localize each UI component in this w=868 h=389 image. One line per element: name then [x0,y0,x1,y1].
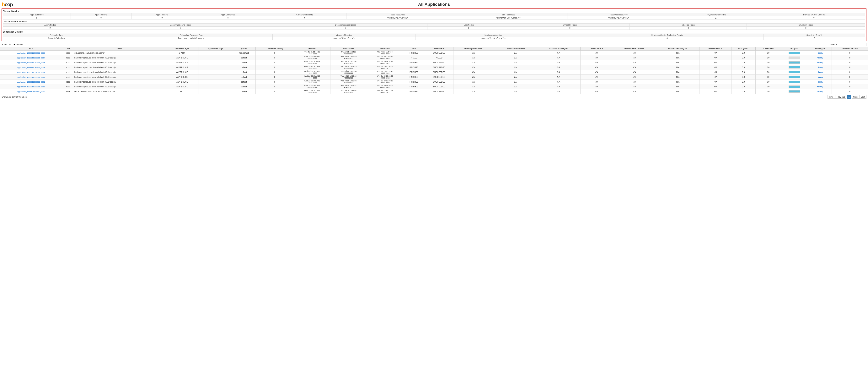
cell-tracking-ui: History [808,75,832,80]
cell-user: root [62,55,74,60]
cm-val-2: 0 [131,17,193,20]
tracking-ui-link[interactable]: History [817,81,823,83]
progress-bar-container [788,76,800,78]
cell-alloc-gpu: N/A [580,70,612,75]
previous-button[interactable]: Previous [835,95,846,99]
tracking-ui-link[interactable]: History [817,57,823,59]
cell-app-type: MAPREDUCE [165,55,198,60]
cell-running-containers: N/A [453,60,493,65]
app-id-link[interactable]: application_1658128574862_0001 [17,90,45,93]
tracking-ui-link[interactable]: History [817,71,823,73]
cell-app-type: MAPREDUCE [165,70,198,75]
cell-pct-cluster: 0.0 [755,75,781,80]
cm-header-3: Apps Completed [193,13,264,17]
app-id-link[interactable]: application_1658311089611_0003 [17,76,45,78]
app-id-link[interactable]: application_1658311089611_0004 [17,71,45,73]
cell-progress [781,60,808,65]
cell-state: FINISHED [403,75,425,80]
app-id-link[interactable]: application_1658311089611_0007 [17,57,45,59]
cell-alloc-gpu: N/A [580,55,612,60]
page-1-button[interactable]: 1 [847,95,851,99]
cell-blacklisted: 0 [832,80,868,84]
cnm-header-5: Rebooted Nodes [629,24,747,27]
cell-queue: default [232,89,255,94]
first-button[interactable]: First [828,95,835,99]
cell-alloc-cpu: N/A [493,84,537,89]
app-id-link[interactable]: application_1658311089611_0005 [17,66,45,68]
col-launch-time: LaunchTime [330,47,367,51]
cell-pct-queue: 0.0 [731,55,755,60]
cell-alloc-mem: N/A [537,60,580,65]
table-row: application_1658311089611_0007 root hado… [0,55,868,60]
cell-blacklisted: 0 [832,84,868,89]
cell-alloc-cpu: N/A [493,89,537,94]
cell-state: FINISHED [403,70,425,75]
cell-start-time: Wed Jul 20 18:19:33 +0800 2022 [294,70,331,75]
cnm-header-2: Decommissioned Nodes [264,24,428,27]
search-input[interactable] [838,43,866,46]
tracking-ui-link[interactable]: History [817,52,823,54]
app-id-link[interactable]: application_1658311089611_0001 [17,86,45,88]
sm-val-1: [memory-mb (unit=Mi), vcores] [110,37,273,40]
cell-app-tags [198,60,232,65]
tracking-ui-link[interactable]: History [817,62,823,64]
cell-user: root [62,51,74,55]
progress-bar [789,86,800,88]
show-select[interactable]: 20 50 100 [8,43,16,46]
app-id-link[interactable]: application_1658311089611_0002 [17,81,45,83]
cell-id: application_1658311089611_0007 [0,55,62,60]
cell-pct-cluster: 0.0 [755,51,781,55]
cell-finish-time: Wed Jul 20 18:19:00 +0800 2022 [367,84,403,89]
cell-state: KILLED [403,55,425,60]
last-button[interactable]: Last [859,95,866,99]
table-row: application_1658311089611_0003 root hado… [0,75,868,80]
col-res-gpu: Reserved GPUs [700,47,731,51]
cell-blacklisted: 0 [832,75,868,80]
cell-tracking-ui: History [808,51,832,55]
cell-pct-cluster: 0.0 [755,70,781,75]
cnm-header-4: Unhealthy Nodes [510,24,630,27]
tracking-ui-link[interactable]: History [817,66,823,68]
app-id-link[interactable]: application_1658311089611_0006 [17,62,45,64]
cell-running-containers: N/A [453,51,493,55]
progress-bar [789,71,800,73]
cell-alloc-mem: N/A [537,80,580,84]
cell-id: application_1658311089611_0002 [0,80,62,84]
show-entries-control: Show: 20 50 100 entries [2,43,23,46]
col-finish-time: FinishTime [367,47,403,51]
cell-finish-time: Mon Jul 18 15:27:09 +0800 2022 [367,89,403,94]
cell-pct-queue: 0.0 [731,80,755,84]
cm-header-6: Total Resources [449,13,567,17]
next-button[interactable]: Next [851,95,859,99]
cell-user: root [62,70,74,75]
cm-header-5: Used Resources [346,13,449,17]
cell-res-cpu: N/A [612,84,656,89]
cell-tracking-ui: History [808,65,832,70]
col-id[interactable]: ID ▼ [0,47,62,51]
cell-start-time: Wed Jul 20 19:58:50 +0800 2022 [294,55,331,60]
tracking-ui-link[interactable]: History [817,90,823,93]
cell-app-tags [198,65,232,70]
cell-app-type: MAPREDUCE [165,84,198,89]
cell-name: HIVE-1d6bd9fc-6c51-4b0a-95d2-37aef4720d3… [74,89,165,94]
sm-header-2: Minimum Allocation [273,34,415,37]
cell-id: application_1658311089611_0003 [0,75,62,80]
cell-res-cpu: N/A [612,65,656,70]
cell-app-type: MAPREDUCE [165,75,198,80]
cell-pct-queue: 0.0 [731,70,755,75]
cell-id: application_1658311089611_0006 [0,60,62,65]
app-id-link[interactable]: application_1658311089611_0009 [17,52,45,54]
cell-priority: 0 [255,70,294,75]
cell-queue: root.default [232,51,255,55]
cell-pct-cluster: 0.0 [755,65,781,70]
tracking-ui-link[interactable]: History [817,76,823,78]
progress-bar [789,62,800,63]
cell-running-containers: N/A [453,89,493,94]
col-app-priority: Application Priority [255,47,294,51]
cell-res-cpu: N/A [612,75,656,80]
progress-bar-container [788,61,800,64]
cell-app-tags [198,70,232,75]
cell-launch-time: Wed Jul 20 18:19:49 +0800 2022 [330,65,367,70]
cell-alloc-mem: N/A [537,55,580,60]
tracking-ui-link[interactable]: History [817,86,823,88]
